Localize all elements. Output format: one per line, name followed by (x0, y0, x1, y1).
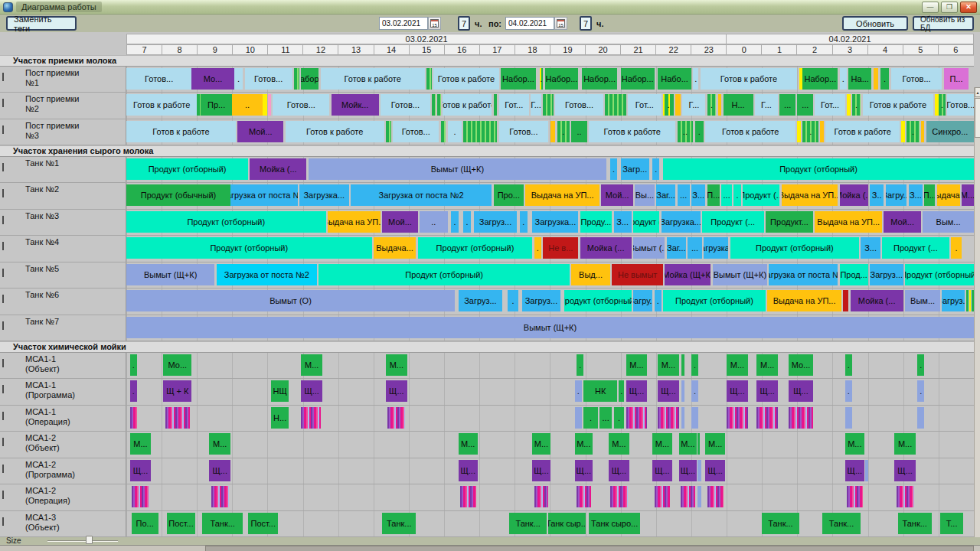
gantt-bar[interactable] (268, 94, 272, 116)
gantt-bar[interactable]: НЩ (271, 380, 289, 402)
gantt-bar[interactable] (718, 94, 722, 116)
gantt-bar[interactable] (921, 121, 925, 142)
gantt-bar[interactable]: Продукт (отборный) (663, 290, 766, 311)
gantt-bar[interactable] (550, 121, 556, 142)
gantt-bar[interactable]: Продукт (... (743, 184, 779, 206)
gantt-bar[interactable] (432, 94, 436, 116)
gantt-bar[interactable]: Готов к работе (863, 94, 933, 116)
gantt-bar[interactable]: З... (909, 184, 923, 206)
gantt-bar[interactable]: . (733, 184, 740, 206)
gantt-bar[interactable]: Прод... (840, 264, 868, 285)
gantt-bar[interactable]: М... (532, 433, 550, 455)
gantt-bar[interactable]: Продукт (отборный) (418, 237, 533, 259)
gantt-bar[interactable] (577, 486, 590, 507)
gantt-bar[interactable]: Щ... (845, 460, 864, 481)
gantt-bar[interactable] (655, 486, 671, 507)
gantt-bar[interactable]: Танк... (898, 513, 932, 534)
gantt-bar[interactable] (797, 121, 801, 142)
gantt-bar[interactable]: . (575, 380, 582, 402)
gantt-bar[interactable] (130, 407, 137, 429)
scroll-up-icon[interactable]: ▲ (975, 87, 980, 97)
gantt-bar[interactable]: М... (727, 354, 748, 376)
gantt-bar[interactable]: . (939, 94, 946, 116)
gantt-bar[interactable]: Готов к работе (286, 121, 384, 142)
gantt-bar[interactable]: М... (609, 433, 630, 455)
gantt-bar[interactable] (165, 407, 190, 429)
gantt-bar[interactable]: Готов... (499, 121, 549, 142)
horizontal-scrollbar[interactable] (0, 545, 980, 551)
gantt-bar[interactable]: . (619, 380, 624, 402)
gantt-bar[interactable] (707, 486, 724, 507)
gantt-bar[interactable]: Выдача на УП... (328, 211, 381, 233)
gantt-bar[interactable]: Загруз... (522, 290, 561, 311)
gantt-bar[interactable]: Загруз... (870, 264, 903, 285)
gantt-bar[interactable] (865, 460, 868, 481)
gantt-bar[interactable]: . (845, 354, 852, 376)
gantt-bar[interactable]: . (234, 68, 243, 90)
gantt-bar[interactable]: Мойка (... (840, 184, 868, 206)
gantt-bar[interactable]: . (906, 121, 919, 142)
gantt-bar[interactable]: . (917, 354, 924, 376)
gantt-bar[interactable] (675, 94, 681, 116)
gantt-bar[interactable] (575, 407, 582, 429)
gantt-bar[interactable]: . (652, 158, 659, 180)
gantt-bar[interactable]: М... (756, 354, 778, 376)
gantt-bar[interactable] (874, 68, 879, 90)
gantt-bar[interactable]: Продукт (отборный) (564, 290, 632, 311)
gantt-bar[interactable]: Щ... (301, 380, 322, 402)
gantt-bar[interactable]: . (583, 407, 597, 429)
gantt-bar[interactable]: .. (678, 121, 694, 142)
gantt-bar[interactable] (966, 290, 969, 311)
gantt-bar[interactable]: Продукт (отборный) (730, 237, 859, 259)
gantt-bar[interactable]: Щ... (789, 380, 813, 402)
gantt-bar[interactable]: . (655, 290, 662, 311)
gantt-bar[interactable]: . (577, 354, 583, 376)
date-to-calendar-button[interactable]: 15 (554, 17, 567, 30)
gantt-bar[interactable]: М... (626, 354, 648, 376)
gantt-bar[interactable] (756, 407, 778, 429)
gantt-bar[interactable]: Выдача... (937, 184, 960, 206)
gantt-bar[interactable]: Выдача... (374, 237, 416, 259)
gantt-bar[interactable]: Мой... (237, 121, 283, 142)
gantt-bar[interactable]: М... (301, 354, 322, 376)
gantt-bar[interactable]: . (691, 354, 698, 376)
gantt-bar[interactable] (820, 121, 824, 142)
gantt-bar[interactable]: Танк сыр... (548, 513, 585, 534)
gantt-bar[interactable]: Загру... (633, 290, 652, 311)
gantt-bar[interactable]: Вымыт (... (633, 237, 665, 259)
gantt-bar[interactable]: Продукт (... (882, 237, 949, 259)
gantt-bar[interactable]: . (880, 68, 890, 90)
gantt-bar[interactable]: Г... (531, 94, 541, 116)
gantt-bar[interactable]: П... (944, 68, 969, 90)
gantt-bar[interactable]: . (130, 380, 137, 402)
gantt-bar[interactable]: Танк... (509, 513, 546, 534)
gantt-bar[interactable]: Готов... (245, 68, 292, 90)
gantt-bar[interactable]: Танк... (382, 513, 416, 534)
gantt-bar[interactable]: Готов... (126, 68, 191, 90)
gantt-bar[interactable]: Готов к работе (589, 121, 675, 142)
gantt-bar[interactable]: Вымыт (Щ+К) (126, 264, 214, 285)
gantt-bar[interactable]: Выдача на УП... (782, 184, 838, 206)
gantt-bar[interactable]: Загрузка... (299, 184, 349, 206)
gantt-bar[interactable]: Не вымыт (612, 264, 663, 285)
gantt-bar[interactable]: Танк... (822, 513, 861, 534)
gantt-bar[interactable]: На... (848, 68, 871, 90)
gantt-bar[interactable]: Продукт (обычный) (126, 184, 230, 206)
gantt-bar[interactable] (460, 486, 476, 507)
gantt-bar[interactable]: Щ... (756, 380, 778, 402)
gantt-bar[interactable]: Не в... (543, 237, 578, 259)
gantt-bar[interactable]: Н... (271, 407, 289, 429)
gantt-bar[interactable]: Мойка (... (851, 290, 903, 311)
gantt-bar[interactable]: Вымыт (О) (126, 290, 455, 311)
gantt-bar[interactable]: . (707, 94, 717, 116)
gantt-bar[interactable] (845, 407, 852, 429)
gantt-bar[interactable] (697, 486, 701, 507)
gantt-bar[interactable] (847, 486, 863, 507)
gantt-bar[interactable]: . (463, 211, 470, 233)
gantt-bar[interactable]: Мойк... (332, 94, 379, 116)
gantt-bar[interactable]: Загр... (621, 158, 649, 180)
gantt-bar[interactable]: Вымыт (Щ+К) (713, 264, 767, 285)
gantt-bar[interactable]: . (695, 121, 704, 142)
gantt-bar[interactable]: Готов к работе (701, 68, 798, 90)
gantt-bar[interactable]: Продукт (отборный) (905, 264, 974, 285)
